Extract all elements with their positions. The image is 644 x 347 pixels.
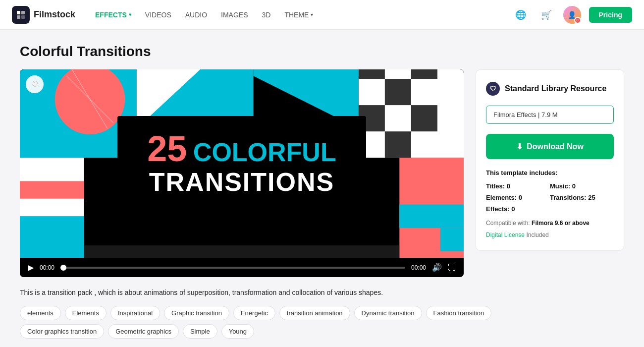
video-panel: ♡ 25 COLORFUL TRANSITIONS ▶ 00:00 00:00 <box>20 69 464 277</box>
digital-license-link[interactable]: Digital License <box>486 231 525 238</box>
svg-rect-2 <box>17 15 20 19</box>
nav-effects[interactable]: EFFECTS ▾ <box>89 7 137 23</box>
main-content: Colorful Transitions <box>0 30 644 347</box>
svg-rect-11 <box>359 69 385 79</box>
description-text: This is a transition pack , which is abo… <box>20 287 624 298</box>
tag-dynamic-transition[interactable]: Dynamic transition <box>354 306 422 320</box>
nav-audio[interactable]: AUDIO <box>179 7 213 23</box>
svg-rect-12 <box>411 69 437 79</box>
navbar: Filmstock EFFECTS ▾ VIDEOS AUDIO IMAGES … <box>0 0 644 30</box>
svg-rect-15 <box>411 105 437 131</box>
svg-rect-0 <box>17 11 20 14</box>
titles-stat: Titles: 0 <box>486 182 550 190</box>
video-title-overlay: 25 COLORFUL TRANSITIONS <box>117 116 366 212</box>
tag-elements2[interactable]: Elements <box>65 306 107 320</box>
nav-actions: 🌐 🛒 👤 0 Pricing <box>512 6 632 24</box>
nav-links: EFFECTS ▾ VIDEOS AUDIO IMAGES 3D THEME ▾ <box>89 7 512 23</box>
globe-icon[interactable]: 🌐 <box>512 6 530 24</box>
download-label: Download Now <box>527 142 584 151</box>
play-button[interactable]: ▶ <box>28 263 34 272</box>
tag-color-graphics[interactable]: Color graphics transition <box>20 324 104 339</box>
video-controls: ▶ 00:00 00:00 🔊 ⛶ <box>20 258 464 277</box>
fullscreen-button[interactable]: ⛶ <box>448 263 456 272</box>
content-row: ♡ 25 COLORFUL TRANSITIONS ▶ 00:00 00:00 <box>20 69 624 277</box>
tag-fashion-transition[interactable]: Fashion transition <box>426 306 492 320</box>
nav-images[interactable]: IMAGES <box>215 7 254 23</box>
time-total: 00:00 <box>411 264 426 271</box>
logo[interactable]: Filmstock <box>12 6 75 24</box>
logo-text: Filmstock <box>34 9 75 20</box>
svg-rect-1 <box>21 11 25 14</box>
shield-icon: 🛡 <box>486 82 500 96</box>
template-includes-title: This template includes: <box>486 169 614 176</box>
elements-stat: Elements: 0 <box>486 194 550 201</box>
nav-theme[interactable]: THEME ▾ <box>278 7 319 23</box>
tag-simple[interactable]: Simple <box>183 324 217 339</box>
volume-button[interactable]: 🔊 <box>432 263 442 272</box>
nav-3d[interactable]: 3D <box>256 7 277 23</box>
tag-young[interactable]: Young <box>221 324 254 339</box>
download-icon: ⬇ <box>516 142 523 151</box>
progress-bar[interactable] <box>60 267 405 269</box>
svg-rect-18 <box>20 181 84 198</box>
svg-rect-3 <box>21 15 25 19</box>
standard-library-label: Standard Library Resource <box>505 84 606 93</box>
effects-stat: Effects: 0 <box>486 205 550 213</box>
right-panel: 🛡 Standard Library Resource Filmora Effe… <box>476 69 624 251</box>
svg-rect-24 <box>440 228 464 251</box>
chevron-down-icon: ▾ <box>129 12 131 17</box>
avatar[interactable]: 👤 0 <box>563 6 581 24</box>
compatibility-info: Compatible with: Filmora 9.6 or above <box>486 220 614 227</box>
license-info: Digital License Included <box>486 231 614 238</box>
video-colorful-label: COLORFUL <box>193 138 336 167</box>
svg-rect-13 <box>385 79 411 105</box>
filmora-badge: Filmora Effects | 7.9 M <box>486 106 614 124</box>
video-number: 25 <box>147 129 187 169</box>
standard-library-header: 🛡 Standard Library Resource <box>486 82 614 96</box>
video-main-label: TRANSITIONS <box>147 167 336 197</box>
favorite-button[interactable]: ♡ <box>26 75 44 93</box>
nav-videos[interactable]: VIDEOS <box>139 7 177 23</box>
tags-row-2: Color graphics transition Geometric grap… <box>20 324 624 339</box>
time-current: 00:00 <box>40 264 54 271</box>
svg-rect-16 <box>385 131 411 158</box>
tag-graphic-transition[interactable]: Graphic transition <box>164 306 229 320</box>
tag-elements1[interactable]: elements <box>20 306 61 320</box>
progress-indicator <box>60 265 66 271</box>
cart-icon[interactable]: 🛒 <box>537 6 555 24</box>
tag-energetic[interactable]: Energetic <box>233 306 275 320</box>
svg-rect-25 <box>440 251 464 258</box>
tags-row-1: elements Elements Inspirational Graphic … <box>20 306 624 320</box>
download-button[interactable]: ⬇ Download Now <box>486 134 614 159</box>
transitions-stat: Transitions: 25 <box>550 194 614 201</box>
video-preview: ♡ 25 COLORFUL TRANSITIONS <box>20 69 464 258</box>
logo-icon <box>12 6 30 24</box>
chevron-down-icon: ▾ <box>311 12 313 17</box>
music-stat: Music: 0 <box>550 182 614 190</box>
tag-transition-animation[interactable]: transition animation <box>279 306 350 320</box>
svg-rect-21 <box>20 216 84 258</box>
tag-inspirational[interactable]: Inspirational <box>110 306 160 320</box>
tag-geometric-graphics[interactable]: Geometric graphics <box>108 324 179 339</box>
notification-badge: 0 <box>574 17 581 24</box>
template-stats: Titles: 0 Music: 0 Elements: 0 Transitio… <box>486 182 614 213</box>
svg-rect-23 <box>399 205 464 228</box>
page-title: Colorful Transitions <box>20 44 624 59</box>
svg-rect-26 <box>84 245 400 258</box>
pricing-button[interactable]: Pricing <box>589 7 632 23</box>
